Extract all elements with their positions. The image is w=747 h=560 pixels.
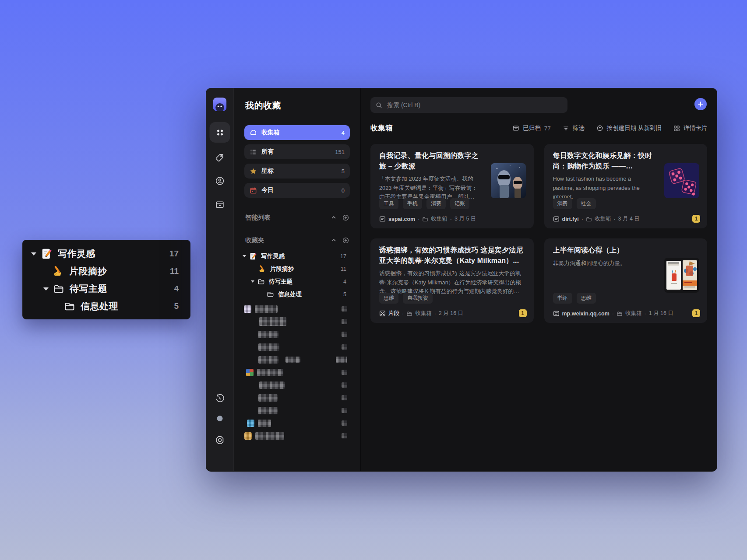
censored-item[interactable] [234, 342, 360, 352]
tree-item-writing-inspiration[interactable]: 写作灵感 17 [234, 250, 360, 262]
tag[interactable]: 消费 [553, 198, 572, 209]
rail-history-button[interactable] [215, 393, 225, 403]
tree-item-info-processing[interactable]: 信息处理 5 [234, 288, 360, 301]
rail-tags-button[interactable] [215, 153, 225, 163]
section-folders[interactable]: 收藏夹 [234, 235, 360, 245]
rail-collections-button[interactable] [210, 122, 230, 143]
rail-settings-button[interactable] [215, 435, 225, 445]
censored-item[interactable] [234, 367, 360, 378]
separator: · [402, 311, 404, 317]
tree-item-count: 5 [343, 291, 346, 298]
add-folder-icon[interactable] [342, 237, 349, 244]
tag[interactable]: 思维 [379, 293, 398, 304]
grid-view-icon [673, 125, 680, 132]
archived-label: 已归档 [523, 124, 541, 132]
card-source[interactable]: 片段 [388, 310, 399, 317]
card-folder[interactable]: 收集箱 [595, 215, 611, 223]
censored-item[interactable] [234, 392, 360, 403]
chevron-up-icon[interactable] [331, 237, 337, 243]
tree-item-snippets[interactable]: 片段摘抄 11 [234, 262, 360, 275]
content-toolbar: 收集箱 已归档 77 筛选 按创建日期 从新到旧 [370, 123, 707, 133]
view-mode-button[interactable]: 详情卡片 [673, 124, 707, 132]
censored-item[interactable] [234, 354, 360, 365]
tree-item-topics[interactable]: 待写主题 4 [234, 275, 360, 288]
sidebar-item-today[interactable]: 今日 0 [244, 183, 350, 198]
card-footer: dirt.fyi · 收集箱 · 3 月 4 日 [553, 215, 687, 223]
archived-button[interactable]: 已归档 77 [512, 124, 551, 132]
tag[interactable]: 自我投资 [403, 293, 433, 304]
sidebar-item-count: 151 [335, 149, 345, 155]
bookmark-card[interactable]: 诱惑捆绑，有效的习惯养成技巧 这是宾夕法尼亚大学的凯蒂·米尔克曼（Katy Mi… [370, 238, 534, 323]
add-item-button[interactable] [694, 98, 707, 110]
app-logo[interactable] [213, 98, 227, 111]
card-title: 诱惑捆绑，有效的习惯养成技巧 这是宾夕法尼亚大学的凯蒂·米尔克曼（Katy Mi… [379, 245, 525, 266]
censored-folder-list [234, 304, 360, 441]
censored-item[interactable] [234, 316, 360, 327]
rail-annotations-button[interactable] [215, 176, 225, 186]
tag[interactable]: 消费 [426, 198, 446, 209]
search-input[interactable] [386, 101, 562, 109]
sidebar-nav: 收集箱 4 所有 151 星标 5 [234, 125, 360, 198]
censored-item[interactable] [234, 380, 360, 390]
add-list-icon[interactable] [342, 214, 349, 221]
card-folder[interactable]: 收集箱 [415, 310, 432, 317]
tree-item-count: 17 [340, 253, 346, 259]
censored-item[interactable] [234, 418, 360, 428]
tag[interactable]: 书评 [553, 293, 572, 304]
disclosure-triangle-icon[interactable] [251, 280, 254, 283]
tag[interactable]: 思维 [577, 293, 596, 304]
callout-folder-label: 写作灵感 [58, 248, 95, 260]
callout-folder-count: 5 [174, 301, 179, 311]
card-source[interactable]: mp.weixin.qq.com [562, 311, 610, 317]
card-footer: 片段 · 收集箱 · 2 月 16 日 [379, 310, 514, 317]
sort-label: 按创建日期 从新到旧 [607, 124, 662, 132]
card-thumbnail [664, 163, 699, 198]
search-bar[interactable] [370, 97, 567, 113]
card-grid: 自我记录、量化与回溯的数字之旅 – 少数派 「本文参加 2023 年度征文活动。… [370, 144, 707, 323]
memo-icon [41, 248, 53, 260]
card-folder[interactable]: 收集箱 [431, 215, 447, 223]
settings-icon [215, 435, 225, 445]
writing-hand-icon [258, 265, 266, 273]
rail-archive-button[interactable] [215, 200, 225, 210]
censored-item[interactable] [234, 430, 360, 441]
snippet-scissors-icon [379, 310, 386, 317]
separator: · [450, 216, 452, 222]
sidebar-item-all[interactable]: 所有 151 [244, 144, 350, 159]
censored-item[interactable] [234, 329, 360, 340]
censored-item[interactable] [234, 405, 360, 416]
sidebar-item-label: 星标 [261, 167, 274, 175]
sort-button[interactable]: 按创建日期 从新到旧 [596, 124, 662, 132]
tag-row: 消费 社会 [553, 198, 596, 209]
bookmark-card[interactable]: 自我记录、量化与回溯的数字之旅 – 少数派 「本文参加 2023 年度征文活动。… [370, 144, 534, 228]
tag[interactable]: 工具 [379, 198, 398, 209]
annotation-count-badge: 1 [692, 215, 700, 223]
plus-icon [698, 101, 704, 107]
sidebar-item-label: 今日 [261, 186, 274, 194]
card-footer: mp.weixin.qq.com · 收集箱 · 1 月 16 日 [553, 310, 687, 317]
separator: · [645, 311, 646, 317]
bookmark-card[interactable]: 上半年阅读心得（上） 非暴力沟通和同理心的力量。 书评 思维 mp.weixin… [544, 238, 708, 323]
card-folder[interactable]: 收集箱 [625, 310, 642, 317]
card-source[interactable]: dirt.fyi [562, 216, 579, 222]
censored-item[interactable] [234, 304, 360, 314]
tag[interactable]: 社会 [577, 198, 596, 209]
sidebar-item-inbox[interactable]: 收集箱 4 [244, 125, 350, 140]
disclosure-triangle-icon [31, 252, 36, 256]
separator: · [612, 311, 614, 317]
tag-row: 工具 手机 消费 记账 [379, 198, 469, 209]
tag[interactable]: 手机 [403, 198, 422, 209]
sidebar-item-starred[interactable]: 星标 5 [244, 164, 350, 178]
section-smart-lists[interactable]: 智能列表 [234, 213, 360, 222]
filter-button[interactable]: 筛选 [563, 124, 585, 132]
search-icon [376, 102, 382, 108]
callout-folder-label: 信息处理 [81, 300, 118, 312]
bookmark-card[interactable]: 每日数字文化和娱乐见解：快时尚：购物作为娱乐 —— Digital... How… [544, 144, 708, 228]
card-source[interactable]: sspai.com [388, 216, 415, 222]
disclosure-triangle-icon[interactable] [243, 255, 246, 257]
tag[interactable]: 记账 [450, 198, 469, 209]
chevron-up-icon[interactable] [331, 214, 337, 220]
callout-row-folder: 待写主题 4 [23, 280, 190, 298]
sidebar: 我的收藏 收集箱 4 所有 151 [234, 88, 360, 471]
sidebar-item-label: 所有 [261, 148, 274, 156]
